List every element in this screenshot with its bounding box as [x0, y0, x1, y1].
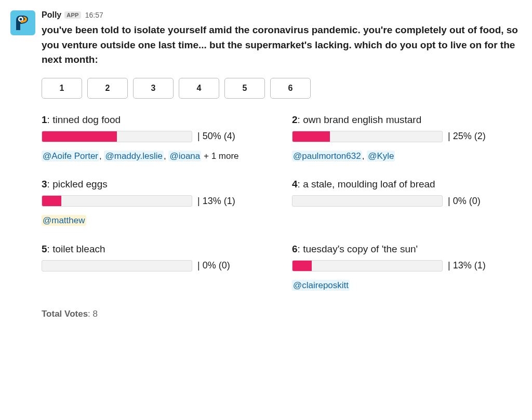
total-votes-label: Total Votes — [42, 309, 88, 319]
svg-point-1 — [20, 18, 22, 21]
result-bar-row: | 13% (1) — [42, 195, 271, 207]
app-badge: APP — [64, 11, 81, 19]
result-title: 1: tinned dog food — [42, 114, 271, 126]
progress-bar-fill — [42, 131, 117, 142]
progress-bar-track — [42, 195, 192, 207]
user-mention[interactable]: @Aoife Porter — [42, 151, 99, 161]
result-bar-row: | 13% (1) — [292, 260, 522, 272]
user-mention[interactable]: @claireposkitt — [292, 280, 350, 291]
result-bar-row: | 50% (4) — [42, 131, 271, 142]
user-mention[interactable]: @ioana — [168, 151, 201, 161]
result-title: 5: toilet bleach — [42, 243, 271, 255]
app-name: Polly — [42, 10, 61, 20]
result-stats: | 25% (2) — [448, 131, 486, 142]
user-mention[interactable]: @maddy.leslie — [104, 151, 163, 161]
timestamp: 16:57 — [85, 11, 103, 19]
results-grid: 1: tinned dog food| 50% (4)@Aoife Porter… — [42, 114, 522, 294]
user-mention[interactable]: @Kyle — [367, 151, 395, 161]
result-title: 2: own brand english mustard — [292, 114, 522, 126]
result-bar-row: | 25% (2) — [292, 131, 522, 142]
user-mention[interactable]: @paulmorton632 — [292, 151, 362, 161]
progress-bar-fill — [42, 196, 61, 206]
user-mention[interactable]: @matthew — [42, 215, 86, 226]
vote-button-1[interactable]: 1 — [42, 78, 82, 99]
message-header: Polly APP 16:57 — [42, 10, 522, 20]
result-title: 6: tuesday's copy of 'the sun' — [292, 243, 522, 255]
result-stats: | 50% (4) — [197, 131, 235, 142]
result-stats: | 13% (1) — [448, 260, 486, 271]
result-stats: | 13% (1) — [197, 196, 235, 207]
vote-button-3[interactable]: 3 — [133, 78, 174, 99]
result-item-1: 1: tinned dog food| 50% (4)@Aoife Porter… — [42, 114, 271, 165]
result-stats: | 0% (0) — [197, 260, 230, 271]
progress-bar-track — [42, 260, 192, 272]
poll-question: you've been told to isolate yourself ami… — [42, 23, 522, 67]
total-votes-value: 8 — [93, 309, 98, 319]
total-votes: Total Votes: 8 — [42, 309, 522, 319]
result-item-5: 5: toilet bleach| 0% (0) — [42, 243, 271, 294]
progress-bar-track — [292, 195, 443, 207]
progress-bar-track — [42, 131, 192, 142]
result-title: 4: a stale, moulding loaf of bread — [292, 179, 522, 190]
result-voters: @Aoife Porter, @maddy.leslie, @ioana + 1… — [42, 148, 271, 165]
app-avatar — [10, 10, 35, 35]
more-voters-text: + 1 more — [201, 151, 238, 161]
result-item-2: 2: own brand english mustard| 25% (2)@pa… — [292, 114, 522, 165]
result-item-4: 4: a stale, moulding loaf of bread| 0% (… — [292, 179, 522, 229]
parrot-icon — [12, 12, 33, 33]
progress-bar-fill — [292, 261, 312, 271]
result-stats: | 0% (0) — [448, 196, 481, 207]
vote-button-2[interactable]: 2 — [87, 78, 128, 99]
progress-bar-track — [292, 260, 443, 272]
result-voters: @paulmorton632, @Kyle — [292, 148, 522, 165]
result-bar-row: | 0% (0) — [292, 195, 522, 207]
result-voters: @claireposkitt — [292, 278, 522, 294]
result-item-6: 6: tuesday's copy of 'the sun'| 13% (1)@… — [292, 243, 522, 294]
result-item-3: 3: pickled eggs| 13% (1)@matthew — [42, 179, 271, 229]
result-voters: @matthew — [42, 213, 271, 229]
vote-buttons-row: 123456 — [42, 78, 522, 99]
result-title: 3: pickled eggs — [42, 179, 271, 190]
message-container: Polly APP 16:57 you've been told to isol… — [10, 10, 522, 319]
result-bar-row: | 0% (0) — [42, 260, 271, 272]
vote-button-6[interactable]: 6 — [270, 78, 311, 99]
progress-bar-track — [292, 131, 443, 142]
message-content: Polly APP 16:57 you've been told to isol… — [42, 10, 522, 319]
vote-button-5[interactable]: 5 — [224, 78, 265, 99]
vote-button-4[interactable]: 4 — [179, 78, 219, 99]
progress-bar-fill — [292, 131, 330, 142]
